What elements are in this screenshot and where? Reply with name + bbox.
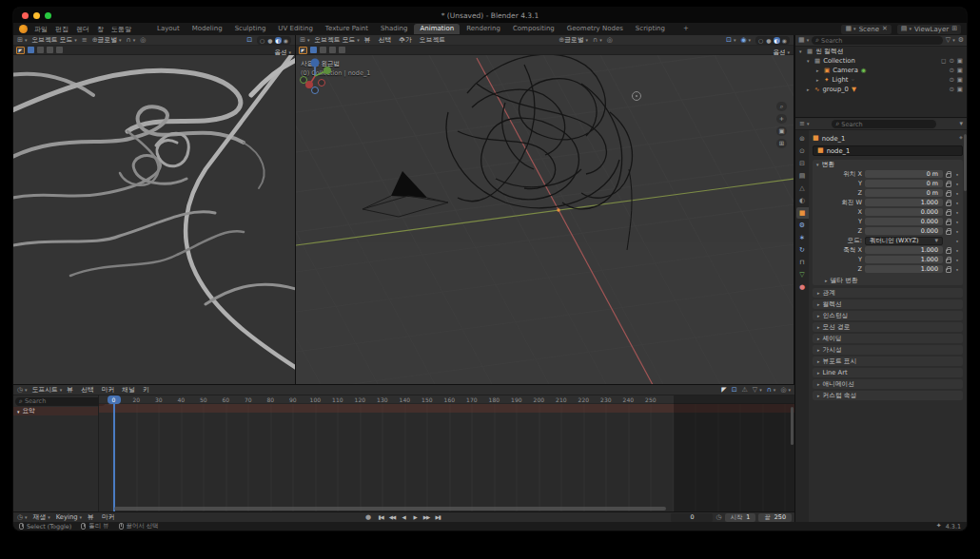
properties-scrollbar[interactable] [964,134,967,191]
outliner-row-camera[interactable]: ▸ Camera [795,66,967,75]
workspace-tab[interactable]: Animation [414,24,460,34]
shading-material-button[interactable]: ◐ [774,37,780,44]
breadcrumb-object-name[interactable]: node_1 [822,135,846,143]
transport-button[interactable]: ◀ [399,513,408,522]
shading-wireframe-button[interactable]: ○ [757,37,764,44]
timeline-menu-item[interactable]: 마커 [102,512,115,522]
snap-icon[interactable] [767,387,776,394]
orientation-dropdown[interactable]: 글로벌 [92,35,122,45]
animate-dot[interactable]: • [954,190,960,197]
animate-dot[interactable]: • [954,238,960,244]
properties-tab-icon[interactable]: ⚙ [796,220,809,231]
camera-restrict-icon[interactable] [957,58,963,65]
channel-search[interactable] [15,397,106,406]
current-frame-field[interactable]: 0 [671,513,713,522]
select-mode-new[interactable] [28,47,34,53]
menu-item[interactable]: 렌더 [76,25,89,34]
viewport-menu-item[interactable]: 추가 [399,35,412,45]
new-viewlayer-icon[interactable] [951,26,957,32]
shading-material-button[interactable]: ◐ [275,37,282,44]
object-name-field[interactable]: node_1 [813,145,963,156]
transform-value-field[interactable]: 0 m [865,170,943,178]
dope-mode-dropdown[interactable]: 도프시트 [32,385,63,395]
outliner-row-light[interactable]: ▸ Light [795,75,967,85]
menu-item[interactable]: 도움말 [111,25,131,34]
transport-button[interactable]: ▶▮ [433,513,442,522]
transform-value-field[interactable]: 1.000 [865,265,943,273]
select-mode-extend[interactable] [37,47,44,53]
vertical-scrollbar[interactable] [791,407,794,445]
timeline-editor-dropdown[interactable] [17,514,28,521]
properties-tab-icon[interactable]: ↻ [796,244,809,256]
dope-menu-item[interactable]: 마커 [102,385,115,395]
orientation-dropdown[interactable]: 글로벌 [559,35,588,45]
lock-icon[interactable] [946,249,951,254]
frame-end-field[interactable]: 끝250 [758,513,792,522]
channel-search-input[interactable] [25,397,102,405]
transform-value-field[interactable]: 0 m [865,189,943,197]
transform-value-field[interactable]: 0.000 [865,227,943,235]
collapsed-panel[interactable]: ▸애니메이션 [813,379,963,389]
xray-toggle[interactable] [246,37,252,44]
transport-button[interactable]: ▶▶ [421,513,431,522]
close-window-button[interactable] [22,12,29,19]
overlays-dropdown[interactable] [740,37,751,44]
workspace-tab[interactable]: Modeling [186,24,228,34]
timeline-menu-item[interactable]: 뷰 [88,512,94,522]
camera-view-icon[interactable]: ▣ [776,126,787,136]
lock-icon[interactable] [946,268,951,273]
dope-menu-item[interactable]: 선택 [81,385,94,395]
horizontal-scrollbar[interactable] [114,507,666,511]
viewport-menu-item[interactable]: 뷰 [364,35,371,45]
eye-icon[interactable] [949,58,953,65]
snap-dropdown[interactable] [593,37,602,44]
properties-tab-icon[interactable]: ⊙ [796,145,809,157]
collapsed-panel[interactable]: ▸뷰포트 표시 [813,357,963,366]
record-button[interactable] [365,514,371,521]
dope-menu-item[interactable]: 채널 [122,385,135,395]
transform-value-field[interactable]: 0 m [865,180,943,187]
outliner-row-group0[interactable]: ▸ group_0 [795,85,967,94]
transform-value-field[interactable]: 1.000 [865,199,943,206]
properties-options-icon[interactable] [959,121,963,127]
transport-button[interactable]: ▶ [410,513,420,522]
proportional-editing-icon[interactable] [780,387,791,394]
viewport-left[interactable]: 오브젝트 모드 글로벌 ○ ● ◐ ◉ ◤ 옵션 [13,35,296,384]
outliner-search[interactable] [812,36,943,45]
select-mode-subtract[interactable] [329,47,336,53]
transform-panel-header[interactable]: ▾변환 [813,160,963,169]
show-errors-icon[interactable] [742,387,748,394]
lock-icon[interactable] [946,230,951,235]
workspace-tab[interactable]: Compositing [507,24,560,34]
transform-value-field[interactable]: 0.000 [865,218,943,225]
viewport-menu-item[interactable]: 오브젝트 [420,35,445,45]
workspace-tab[interactable]: Shading [375,24,413,34]
show-hidden-toggle[interactable] [732,387,737,394]
proportional-editing-icon[interactable] [140,37,146,44]
rotation-mode-dropdown[interactable]: 쿼터니언 (WXYZ) [865,237,943,245]
navigation-gizmo[interactable] [296,55,334,97]
lock-icon[interactable] [946,202,951,206]
eye-icon[interactable] [949,77,953,84]
workspace-tab[interactable]: Texture Paint [320,24,374,34]
menu-item[interactable]: 파일 [34,25,48,34]
xray-toggle[interactable] [726,37,735,44]
ortho-toggle-icon[interactable]: ⊞ [776,139,787,148]
viewport-menu-item[interactable]: 선택 [379,35,392,45]
workspace-tab[interactable]: Scripting [630,24,671,34]
properties-tab-icon[interactable]: ■ [796,207,809,219]
collapsed-panel[interactable]: ▸가시성 [813,345,963,355]
select-mode-invert[interactable] [339,47,345,53]
summary-channel[interactable]: ▾요약 [13,407,98,415]
select-mode-invert[interactable] [56,47,63,53]
transform-value-field[interactable]: 1.000 [865,256,943,263]
properties-tab-icon[interactable]: ▤ [796,170,809,182]
collapsed-panel[interactable]: ▸인스턴싱 [813,311,963,320]
transport-button[interactable]: ▮◀ [376,513,385,522]
animate-dot[interactable]: • [954,228,960,235]
keying-dropdown[interactable]: Keying [56,513,82,521]
collapsed-panel[interactable]: ▸관계 [813,288,963,298]
transform-value-field[interactable]: 1.000 [865,246,943,254]
delta-transform-panel[interactable]: ▸델타 변환 [820,276,961,285]
proportional-editing-icon[interactable] [607,37,613,44]
